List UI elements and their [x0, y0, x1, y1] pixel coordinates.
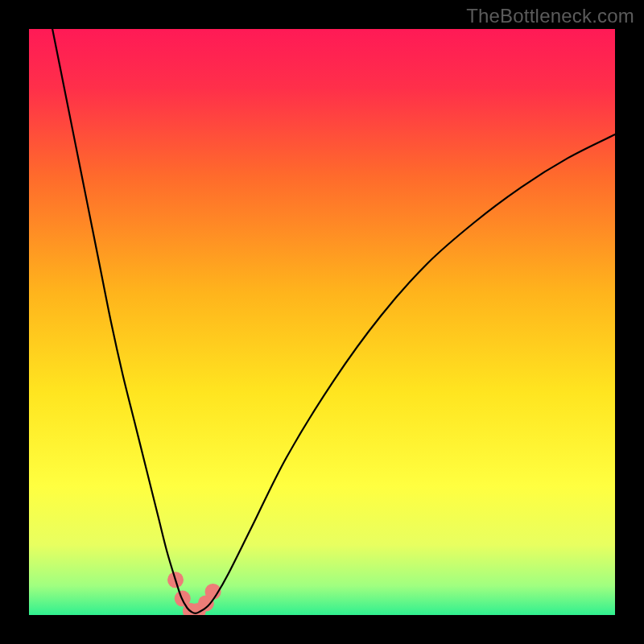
chart-frame: TheBottleneck.com: [0, 0, 644, 644]
gradient-background: [29, 29, 615, 615]
watermark-text: TheBottleneck.com: [466, 5, 634, 27]
plot-area: [29, 29, 615, 615]
bottleneck-curve-chart: [29, 29, 615, 615]
